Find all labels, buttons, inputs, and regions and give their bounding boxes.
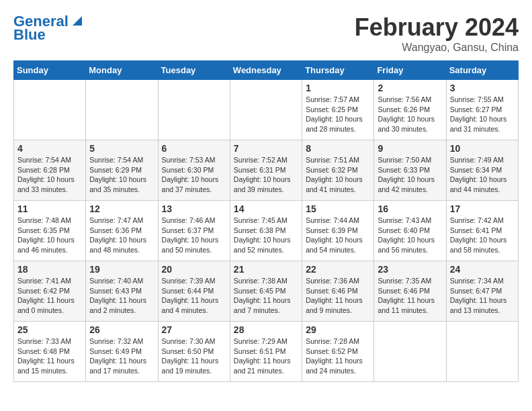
- month-year: February 2024: [355, 13, 519, 42]
- calendar-cell: 8Sunrise: 7:51 AM Sunset: 6:32 PM Daylig…: [302, 140, 374, 201]
- day-info: Sunrise: 7:44 AM Sunset: 6:39 PM Dayligh…: [306, 216, 370, 255]
- day-info: Sunrise: 7:46 AM Sunset: 6:37 PM Dayligh…: [162, 216, 226, 255]
- calendar-cell: [446, 322, 518, 382]
- calendar-cell: 25Sunrise: 7:33 AM Sunset: 6:48 PM Dayli…: [14, 322, 86, 382]
- calendar-cell: 26Sunrise: 7:32 AM Sunset: 6:49 PM Dayli…: [86, 322, 158, 382]
- day-info: Sunrise: 7:48 AM Sunset: 6:35 PM Dayligh…: [17, 216, 82, 255]
- calendar-cell: 15Sunrise: 7:44 AM Sunset: 6:39 PM Dayli…: [302, 201, 374, 261]
- calendar-cell: 6Sunrise: 7:53 AM Sunset: 6:30 PM Daylig…: [158, 140, 230, 201]
- calendar-cell: [230, 80, 302, 140]
- calendar-cell: [158, 80, 230, 140]
- day-info: Sunrise: 7:39 AM Sunset: 6:44 PM Dayligh…: [162, 276, 226, 316]
- calendar-cell: 17Sunrise: 7:42 AM Sunset: 6:41 PM Dayli…: [446, 201, 518, 261]
- day-info: Sunrise: 7:49 AM Sunset: 6:34 PM Dayligh…: [450, 155, 515, 195]
- calendar-cell: 19Sunrise: 7:40 AM Sunset: 6:43 PM Dayli…: [86, 261, 158, 322]
- day-number: 21: [234, 264, 298, 275]
- day-number: 7: [234, 143, 298, 154]
- day-number: 4: [17, 143, 82, 154]
- title-block: February 2024 Wangyao, Gansu, China: [355, 13, 519, 54]
- day-number: 28: [234, 324, 298, 335]
- calendar-cell: 2Sunrise: 7:56 AM Sunset: 6:26 PM Daylig…: [374, 80, 446, 140]
- calendar-cell: 16Sunrise: 7:43 AM Sunset: 6:40 PM Dayli…: [374, 201, 446, 261]
- day-number: 3: [450, 83, 515, 93]
- svg-marker-0: [73, 16, 82, 26]
- weekday-header: Sunday: [14, 61, 86, 80]
- calendar-cell: [374, 322, 446, 382]
- calendar-cell: 1Sunrise: 7:57 AM Sunset: 6:25 PM Daylig…: [302, 80, 374, 140]
- day-info: Sunrise: 7:45 AM Sunset: 6:38 PM Dayligh…: [234, 216, 298, 255]
- day-info: Sunrise: 7:41 AM Sunset: 6:42 PM Dayligh…: [17, 276, 82, 316]
- day-info: Sunrise: 7:40 AM Sunset: 6:43 PM Dayligh…: [89, 276, 154, 316]
- day-info: Sunrise: 7:42 AM Sunset: 6:41 PM Dayligh…: [450, 216, 515, 255]
- day-info: Sunrise: 7:34 AM Sunset: 6:47 PM Dayligh…: [450, 276, 515, 316]
- day-info: Sunrise: 7:38 AM Sunset: 6:45 PM Dayligh…: [234, 276, 298, 316]
- day-info: Sunrise: 7:30 AM Sunset: 6:50 PM Dayligh…: [162, 336, 226, 376]
- calendar-cell: 12Sunrise: 7:47 AM Sunset: 6:36 PM Dayli…: [86, 201, 158, 261]
- day-number: 17: [450, 203, 515, 214]
- day-number: 29: [306, 324, 370, 335]
- weekday-header: Monday: [86, 61, 158, 80]
- day-number: 22: [306, 264, 370, 275]
- calendar-cell: 18Sunrise: 7:41 AM Sunset: 6:42 PM Dayli…: [14, 261, 86, 322]
- day-number: 18: [17, 264, 82, 275]
- day-info: Sunrise: 7:52 AM Sunset: 6:31 PM Dayligh…: [234, 155, 298, 195]
- day-number: 19: [89, 264, 154, 275]
- day-number: 12: [89, 203, 154, 214]
- weekday-header: Wednesday: [230, 61, 302, 80]
- location: Wangyao, Gansu, China: [355, 42, 519, 54]
- day-info: Sunrise: 7:51 AM Sunset: 6:32 PM Dayligh…: [306, 155, 370, 195]
- logo: General Blue: [13, 13, 85, 43]
- day-number: 27: [162, 324, 226, 335]
- day-info: Sunrise: 7:53 AM Sunset: 6:30 PM Dayligh…: [162, 155, 226, 195]
- weekday-header: Tuesday: [158, 61, 230, 80]
- day-number: 6: [162, 143, 226, 154]
- calendar-cell: 14Sunrise: 7:45 AM Sunset: 6:38 PM Dayli…: [230, 201, 302, 261]
- day-info: Sunrise: 7:32 AM Sunset: 6:49 PM Dayligh…: [89, 336, 154, 376]
- day-info: Sunrise: 7:33 AM Sunset: 6:48 PM Dayligh…: [17, 336, 82, 376]
- calendar-cell: 7Sunrise: 7:52 AM Sunset: 6:31 PM Daylig…: [230, 140, 302, 201]
- calendar-cell: 13Sunrise: 7:46 AM Sunset: 6:37 PM Dayli…: [158, 201, 230, 261]
- day-number: 24: [450, 264, 515, 275]
- calendar-cell: 22Sunrise: 7:36 AM Sunset: 6:46 PM Dayli…: [302, 261, 374, 322]
- logo-icon: [70, 13, 85, 28]
- day-info: Sunrise: 7:43 AM Sunset: 6:40 PM Dayligh…: [378, 216, 442, 255]
- day-number: 15: [306, 203, 370, 214]
- day-number: 9: [378, 143, 442, 154]
- calendar-cell: 27Sunrise: 7:30 AM Sunset: 6:50 PM Dayli…: [158, 322, 230, 382]
- day-info: Sunrise: 7:35 AM Sunset: 6:46 PM Dayligh…: [378, 276, 442, 316]
- day-number: 20: [162, 264, 226, 275]
- day-info: Sunrise: 7:54 AM Sunset: 6:29 PM Dayligh…: [89, 155, 154, 195]
- day-info: Sunrise: 7:28 AM Sunset: 6:52 PM Dayligh…: [306, 336, 370, 376]
- calendar-cell: 3Sunrise: 7:55 AM Sunset: 6:27 PM Daylig…: [446, 80, 518, 140]
- calendar-cell: 5Sunrise: 7:54 AM Sunset: 6:29 PM Daylig…: [86, 140, 158, 201]
- day-info: Sunrise: 7:55 AM Sunset: 6:27 PM Dayligh…: [450, 95, 515, 134]
- calendar-cell: 23Sunrise: 7:35 AM Sunset: 6:46 PM Dayli…: [374, 261, 446, 322]
- day-number: 2: [378, 83, 442, 93]
- day-info: Sunrise: 7:57 AM Sunset: 6:25 PM Dayligh…: [306, 95, 370, 134]
- day-number: 13: [162, 203, 226, 214]
- day-number: 25: [17, 324, 82, 335]
- day-number: 26: [89, 324, 154, 335]
- calendar-cell: 24Sunrise: 7:34 AM Sunset: 6:47 PM Dayli…: [446, 261, 518, 322]
- calendar-table: SundayMondayTuesdayWednesdayThursdayFrid…: [13, 60, 519, 382]
- day-info: Sunrise: 7:54 AM Sunset: 6:28 PM Dayligh…: [17, 155, 82, 195]
- calendar-cell: [14, 80, 86, 140]
- day-number: 11: [17, 203, 82, 214]
- day-number: 10: [450, 143, 515, 154]
- day-number: 1: [306, 83, 370, 93]
- day-number: 5: [89, 143, 154, 154]
- calendar-cell: 28Sunrise: 7:29 AM Sunset: 6:51 PM Dayli…: [230, 322, 302, 382]
- day-number: 8: [306, 143, 370, 154]
- day-info: Sunrise: 7:50 AM Sunset: 6:33 PM Dayligh…: [378, 155, 442, 195]
- calendar-cell: 11Sunrise: 7:48 AM Sunset: 6:35 PM Dayli…: [14, 201, 86, 261]
- day-number: 16: [378, 203, 442, 214]
- calendar-cell: 20Sunrise: 7:39 AM Sunset: 6:44 PM Dayli…: [158, 261, 230, 322]
- calendar-cell: 9Sunrise: 7:50 AM Sunset: 6:33 PM Daylig…: [374, 140, 446, 201]
- calendar-cell: 29Sunrise: 7:28 AM Sunset: 6:52 PM Dayli…: [302, 322, 374, 382]
- calendar-cell: 4Sunrise: 7:54 AM Sunset: 6:28 PM Daylig…: [14, 140, 86, 201]
- logo-text2: Blue: [13, 27, 46, 43]
- day-info: Sunrise: 7:36 AM Sunset: 6:46 PM Dayligh…: [306, 276, 370, 316]
- day-info: Sunrise: 7:29 AM Sunset: 6:51 PM Dayligh…: [234, 336, 298, 376]
- calendar-cell: [86, 80, 158, 140]
- weekday-header: Saturday: [446, 61, 518, 80]
